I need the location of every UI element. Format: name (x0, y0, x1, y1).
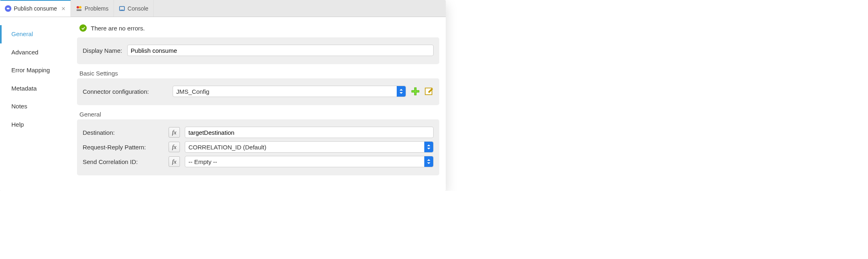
connector-config-value: JMS_Config (176, 88, 210, 95)
tab-bar: Publish consume ✕ Problems Console (0, 0, 446, 17)
send-correlation-id-select[interactable]: -- Empty -- (185, 156, 434, 167)
tab-publish-consume[interactable]: Publish consume ✕ (0, 0, 71, 17)
display-name-group: Display Name: (77, 37, 439, 64)
sidebar-item-help[interactable]: Help (0, 116, 73, 134)
console-icon (119, 5, 125, 12)
general-group: Destination: fx Request-Reply Pattern: f… (77, 119, 439, 175)
basic-settings-title: Basic Settings (79, 70, 439, 77)
svg-rect-4 (77, 9, 81, 11)
sidebar-item-general[interactable]: General (0, 25, 73, 43)
request-reply-pattern-label: Request-Reply Pattern: (83, 144, 164, 151)
general-section-title: General (79, 111, 439, 118)
content-area: General Advanced Error Mapping Metadata … (0, 17, 446, 191)
connector-config-select[interactable]: JMS_Config (173, 86, 406, 97)
destination-input[interactable] (185, 127, 434, 138)
connector-config-label: Connector configuration: (83, 88, 168, 95)
problems-icon (76, 5, 82, 12)
send-correlation-id-label: Send Correlation ID: (83, 158, 164, 165)
tab-label: Publish consume (14, 5, 57, 12)
send-correlation-id-value: -- Empty -- (188, 158, 217, 165)
connector-icon (5, 5, 11, 12)
sidebar-item-label: Metadata (11, 85, 37, 92)
sidebar-item-label: General (11, 30, 33, 37)
fx-button[interactable]: fx (169, 142, 180, 152)
status-row: There are no errors. (77, 22, 439, 37)
svg-point-3 (79, 6, 81, 9)
sidebar-item-advanced[interactable]: Advanced (0, 43, 73, 62)
svg-rect-10 (412, 91, 419, 92)
add-config-button[interactable] (411, 87, 420, 96)
sidebar-item-metadata[interactable]: Metadata (0, 80, 73, 98)
fx-button[interactable]: fx (169, 156, 180, 167)
tab-problems[interactable]: Problems (71, 0, 114, 17)
svg-rect-6 (120, 10, 124, 10)
sidebar-item-label: Error Mapping (11, 67, 50, 73)
sidebar-item-label: Notes (11, 103, 27, 110)
request-reply-pattern-value: CORRELATION_ID (Default) (188, 144, 266, 151)
tab-label: Problems (85, 5, 109, 12)
sidebar-item-label: Help (11, 121, 24, 128)
select-arrows-icon (397, 86, 406, 97)
tab-label: Console (128, 5, 148, 12)
close-icon[interactable]: ✕ (61, 6, 66, 12)
sidebar-item-error-mapping[interactable]: Error Mapping (0, 61, 73, 80)
main-panel: There are no errors. Display Name: Basic… (73, 17, 446, 191)
app-window: Publish consume ✕ Problems Console Gener… (0, 0, 446, 191)
svg-point-2 (77, 6, 79, 9)
status-ok-icon (79, 24, 87, 32)
edit-config-button[interactable] (425, 87, 434, 96)
svg-rect-1 (7, 8, 10, 9)
tab-console[interactable]: Console (114, 0, 154, 17)
basic-settings-group: Connector configuration: JMS_Config (77, 78, 439, 105)
sidebar: General Advanced Error Mapping Metadata … (0, 17, 73, 191)
select-arrows-icon (424, 156, 433, 167)
status-message: There are no errors. (91, 25, 145, 32)
destination-label: Destination: (83, 129, 164, 136)
select-arrows-icon (424, 142, 433, 152)
fx-button[interactable]: fx (169, 127, 180, 138)
request-reply-pattern-select[interactable]: CORRELATION_ID (Default) (185, 141, 434, 153)
sidebar-item-notes[interactable]: Notes (0, 97, 73, 116)
display-name-input[interactable] (127, 45, 434, 56)
display-name-label: Display Name: (83, 47, 122, 54)
sidebar-item-label: Advanced (11, 49, 38, 56)
